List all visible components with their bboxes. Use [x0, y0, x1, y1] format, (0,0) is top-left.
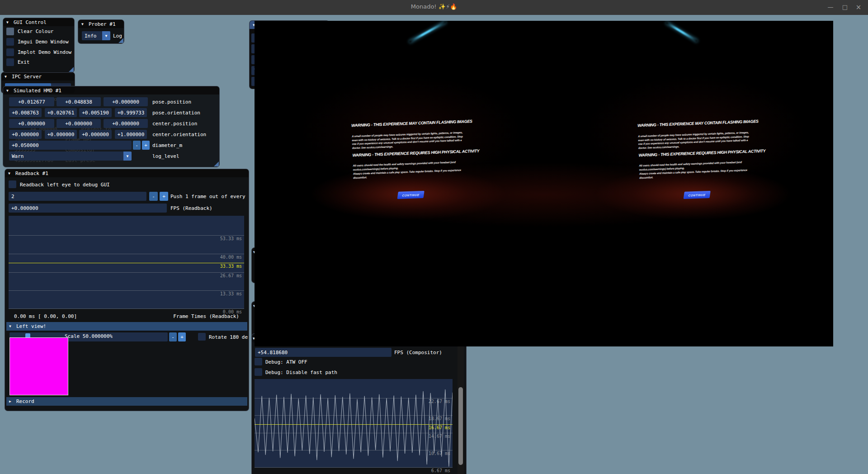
- gui-control-item-exit[interactable]: Exit: [18, 57, 30, 66]
- gui-control-item-implot-demo-window[interactable]: Implot Demo Window: [18, 47, 71, 57]
- checkbox-exit[interactable]: [6, 58, 14, 66]
- record-header[interactable]: Record: [6, 397, 247, 406]
- push-frames-input[interactable]: 2: [9, 192, 146, 201]
- hmd-pose-position-field-1[interactable]: +0.048838: [57, 97, 101, 106]
- warning-title-1: WARNING - THIS EXPERIENCE MAY CONTAIN FL…: [637, 119, 751, 128]
- log-level-combo[interactable]: Info: [82, 31, 110, 40]
- debug-fastpath-checkbox[interactable]: [255, 368, 262, 376]
- fps-compositor-field[interactable]: +54.818680: [255, 348, 392, 357]
- left-view-header[interactable]: Left view!: [6, 322, 247, 331]
- debug-atw-label: Debug: ATW OFF: [265, 357, 307, 366]
- chevron-down-icon[interactable]: [123, 152, 132, 161]
- readback-window: Readback #1 Readback left eye to debug G…: [5, 169, 249, 411]
- debug-atw-checkbox[interactable]: [255, 358, 262, 365]
- diameter-value: +0.050000: [12, 142, 39, 148]
- continue-button[interactable]: CONTINUE: [684, 191, 711, 199]
- fps-readback-field[interactable]: +0.000000: [9, 204, 167, 213]
- collapse-arrow-icon[interactable]: [6, 89, 11, 93]
- gridline-40: [9, 254, 244, 254]
- scale-plus-button[interactable]: +: [178, 332, 186, 341]
- collapse-arrow-icon[interactable]: [9, 399, 14, 403]
- gui-control-item-clear-colour[interactable]: Clear Colour: [18, 27, 53, 36]
- simulated-hmd-titlebar[interactable]: Simulated HMD #1: [3, 86, 219, 95]
- warning-body-1: A small number of people may have seizur…: [352, 131, 466, 150]
- hmd-pose-orientation-label: pose.orientation: [152, 108, 200, 117]
- warning-title-1: WARNING - THIS EXPERIENCE MAY CONTAIN FL…: [351, 119, 465, 128]
- grid-label-26.67: 26.67 ms: [220, 273, 242, 278]
- diameter-label: diameter_m: [152, 141, 182, 150]
- scale-minus-button[interactable]: -: [169, 332, 177, 341]
- hmd-center-orientation-label: center.orientation: [152, 130, 206, 139]
- hmd-pose-position-field-0[interactable]: +0.012677: [9, 97, 54, 106]
- hmd-center-position-label: center.position: [152, 119, 197, 128]
- scrollbar-thumb[interactable]: [458, 387, 463, 465]
- frame-times-readback-plot[interactable]: 53.33 ms40.00 ms26.67 ms13.33 ms0.00 ms3…: [9, 216, 244, 309]
- hmd-center-orientation-field-1[interactable]: +0.000000: [45, 130, 77, 139]
- warning-body-1: A small number of people may have seizur…: [638, 131, 752, 150]
- hmd-center-position-field-0[interactable]: +0.000000: [9, 119, 54, 128]
- readback-left-eye-checkbox[interactable]: [9, 180, 16, 188]
- scrollbar-track[interactable]: [458, 336, 464, 474]
- highlight-gridline: [9, 263, 244, 263]
- maximize-button[interactable]: □: [839, 3, 851, 12]
- push-frames-minus-button[interactable]: -: [149, 192, 158, 201]
- collapse-arrow-icon[interactable]: [5, 75, 9, 79]
- hmd-center-position-field-1[interactable]: +0.000000: [57, 119, 101, 128]
- diameter-drag-field[interactable]: +0.050000: [9, 141, 132, 150]
- hmd-pose-orientation-field-0[interactable]: +0.008763: [9, 108, 42, 117]
- fps-compositor-value: +54.818680: [258, 350, 288, 356]
- gui-control-titlebar[interactable]: GUI Control: [3, 18, 74, 26]
- readback-titlebar[interactable]: Readback #1: [5, 169, 249, 177]
- gridline-0: [9, 308, 244, 309]
- grid-label-40: 40.00 ms: [220, 255, 242, 260]
- resize-grip-icon[interactable]: [69, 67, 74, 72]
- hmd-pose-orientation-field-3[interactable]: +0.999733: [115, 108, 147, 117]
- hmd-center-position-field-2[interactable]: +0.000000: [104, 119, 148, 128]
- push-frames-plus-button[interactable]: +: [160, 192, 168, 201]
- rotate-180-checkbox[interactable]: [198, 333, 206, 341]
- frame-times-compositor-plot[interactable]: 22.67 ms18.67 ms14.67 ms10.67 ms6.67 ms1…: [255, 379, 453, 468]
- close-button[interactable]: ×: [853, 3, 864, 12]
- chevron-down-icon[interactable]: [102, 31, 110, 40]
- resize-grip-icon[interactable]: [214, 161, 219, 166]
- prober-titlebar[interactable]: Prober #1: [78, 20, 124, 28]
- log-level-combo-value: Info: [85, 33, 97, 39]
- gui-control-title: GUI Control: [14, 19, 47, 25]
- collapse-arrow-icon[interactable]: [81, 22, 86, 26]
- minimize-button[interactable]: —: [825, 3, 836, 12]
- hmd-log-level-label: log_level: [152, 152, 179, 161]
- hmd-pose-orientation-field-1[interactable]: +0.020761: [45, 108, 77, 117]
- continue-button-label: CONTINUE: [688, 193, 706, 197]
- hmd-pose-position-field-2[interactable]: +0.000000: [104, 97, 148, 106]
- hmd-pose-orientation-field-2[interactable]: +0.005190: [79, 108, 112, 117]
- light-streak-right: [665, 22, 698, 42]
- hmd-center-orientation-field-2[interactable]: +0.000000: [79, 130, 112, 139]
- readback-title: Readback #1: [15, 171, 48, 176]
- diameter-plus-button[interactable]: +: [142, 141, 150, 150]
- collapse-arrow-icon[interactable]: [8, 171, 13, 175]
- hmd-center-orientation-field-3[interactable]: +1.000000: [115, 130, 147, 139]
- hmd-log-level-combo[interactable]: Warn: [9, 152, 132, 161]
- prober-window: Prober #1 Info Log: [78, 19, 124, 44]
- simulated-hmd-window: Simulated HMD #1 exit on disconnectrunni…: [3, 86, 220, 167]
- collapse-arrow-icon[interactable]: [6, 20, 11, 24]
- os-titlebar[interactable]: Monado! ✨⚡🔥 — □ ×: [0, 0, 868, 15]
- hmd-log-level-value: Warn: [12, 153, 24, 159]
- ipc-server-titlebar[interactable]: IPC Server: [1, 72, 75, 81]
- checkbox-clear-colour[interactable]: [6, 28, 14, 35]
- grid-label-13.33: 13.33 ms: [220, 291, 242, 296]
- frame-times-status: 0.00 ms [ 0.00, 0.00]: [14, 312, 77, 321]
- checkbox-imgui-demo-window[interactable]: [6, 38, 14, 46]
- window-title: Monado! ✨⚡🔥: [0, 3, 868, 10]
- diameter-minus-button[interactable]: -: [133, 141, 141, 150]
- resize-grip-icon[interactable]: [118, 38, 123, 43]
- checkbox-implot-demo-window[interactable]: [6, 48, 14, 56]
- continue-button[interactable]: CONTINUE: [397, 191, 425, 199]
- compositor-window: +54.818680 FPS (Compositor) Debug: ATW O…: [251, 333, 467, 474]
- collapse-arrow-icon[interactable]: [9, 324, 14, 328]
- compositor-mirror-view: WARNING - THIS EXPERIENCE MAY CONTAIN FL…: [255, 21, 833, 346]
- gui-control-item-imgui-demo-window[interactable]: Imgui Demo Window: [18, 37, 69, 46]
- warning-title-2: WARNING - THIS EXPERIENCE REQUIRES HIGH …: [638, 149, 752, 158]
- simulated-hmd-title: Simulated HMD #1: [14, 88, 61, 94]
- hmd-center-orientation-field-0[interactable]: +0.000000: [9, 130, 42, 139]
